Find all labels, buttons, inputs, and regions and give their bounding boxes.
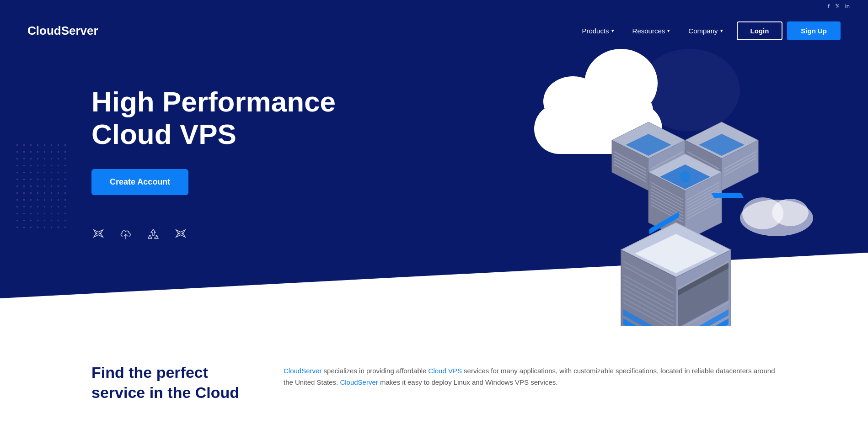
icon-3: [146, 227, 160, 244]
server-stack: [575, 104, 831, 326]
lower-section: Find the perfect service in the Cloud Cl…: [0, 326, 868, 429]
nav-links: Products Resources Company: [582, 27, 723, 35]
hero-section: High Performance Cloud VPS Create Accoun…: [0, 49, 868, 326]
lower-left: Find the perfect service in the Cloud: [91, 362, 247, 403]
lower-title: Find the perfect service in the Cloud: [91, 362, 247, 403]
svg-point-3: [178, 233, 180, 234]
svg-point-0: [96, 233, 97, 234]
hero-content: High Performance Cloud VPS Create Accoun…: [0, 49, 375, 326]
linkedin-link[interactable]: in: [845, 3, 850, 10]
top-social-bar: f 𝕏 in: [0, 0, 868, 12]
hero-illustration: [507, 58, 850, 326]
nav-company[interactable]: Company: [688, 27, 723, 35]
icon-4: [174, 227, 188, 244]
lower-description-text: CloudServer specializes in providing aff…: [284, 365, 777, 388]
svg-point-31: [680, 171, 691, 182]
facebook-link[interactable]: f: [828, 3, 830, 10]
icon-1: [91, 227, 105, 244]
navbar: CloudServer Products Resources Company L…: [0, 12, 868, 49]
login-button[interactable]: Login: [737, 21, 783, 40]
nav-resources[interactable]: Resources: [632, 27, 670, 35]
icon-2: [119, 227, 133, 244]
svg-point-83: [772, 199, 809, 226]
lower-description: CloudServer specializes in providing aff…: [284, 362, 777, 388]
signup-button[interactable]: Sign Up: [787, 21, 841, 40]
hero-title: High Performance Cloud VPS: [91, 85, 348, 151]
svg-point-1: [99, 233, 101, 234]
logo: CloudServer: [27, 24, 98, 38]
nav-products[interactable]: Products: [582, 27, 614, 35]
svg-point-4: [182, 233, 183, 234]
create-account-button[interactable]: Create Account: [91, 169, 188, 195]
twitter-link[interactable]: 𝕏: [835, 3, 840, 10]
hero-icon-row: [91, 227, 348, 244]
svg-rect-50: [711, 193, 744, 198]
